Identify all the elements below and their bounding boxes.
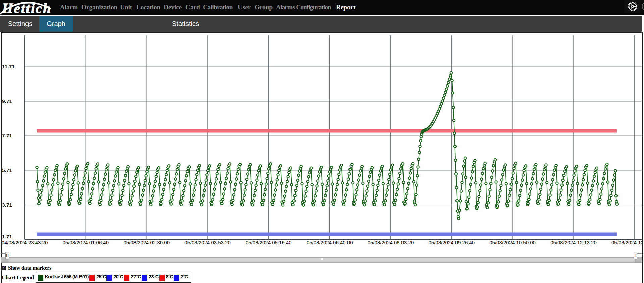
svg-text:05/08/2024 02:30:00: 05/08/2024 02:30:00	[123, 240, 170, 245]
svg-text:05/08/2024 13:36:40: 05/08/2024 13:36:40	[611, 240, 643, 245]
svg-text:05/08/2024 06:40:00: 05/08/2024 06:40:00	[307, 240, 353, 245]
svg-text:7.71: 7.71	[2, 133, 12, 138]
svg-text:5.71: 5.71	[2, 167, 12, 173]
svg-text:05/08/2024 03:53:20: 05/08/2024 03:53:20	[184, 240, 231, 245]
svg-text:Hettich: Hettich	[2, 1, 51, 15]
svg-text:1.71: 1.71	[2, 234, 12, 239]
svg-text:05/08/2024 05:16:40: 05/08/2024 05:16:40	[246, 240, 292, 245]
svg-text:05/08/2024 08:03:20: 05/08/2024 08:03:20	[368, 240, 414, 245]
svg-text:3.71: 3.71	[2, 202, 12, 208]
svg-text:05/08/2024 01:06:40: 05/08/2024 01:06:40	[62, 240, 109, 245]
svg-text:9.71: 9.71	[2, 98, 12, 104]
svg-text:05/08/2024 09:26:40: 05/08/2024 09:26:40	[428, 240, 475, 245]
svg-text:11.71: 11.71	[2, 64, 15, 69]
svg-text:05/08/2024 12:13:20: 05/08/2024 12:13:20	[550, 240, 597, 245]
svg-text:05/08/2024 10:50:00: 05/08/2024 10:50:00	[489, 240, 536, 245]
svg-text:04/08/2024 23:43:20: 04/08/2024 23:43:20	[2, 240, 48, 245]
